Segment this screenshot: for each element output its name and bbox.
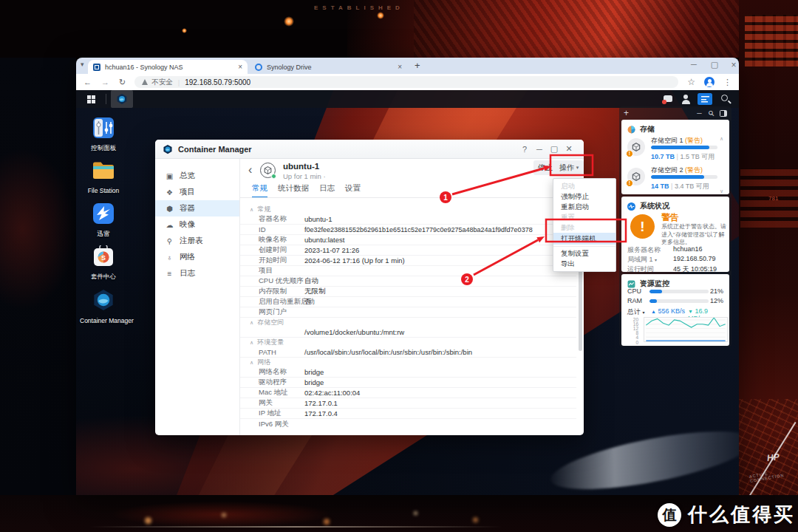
tab-title: hchuan16 - Synology NAS [105,64,233,71]
total-selector[interactable]: 总计 ▾ [627,307,645,317]
package-center-icon: S [92,245,115,267]
smzdm-watermark: 值 什么值得买 [658,502,795,528]
chat-notification-icon[interactable] [662,93,674,105]
open-app-container-manager[interactable] [111,90,133,108]
main-menu-button[interactable] [76,90,106,108]
profile-avatar[interactable] [704,77,715,87]
collapse-icon[interactable]: ∧ [720,136,723,142]
warning-badge: ! [626,150,633,157]
project-icon: ❖ [165,188,174,197]
desktop-icon-package-center[interactable]: S 套件中心 [80,245,127,282]
tab-synology-nas[interactable]: hchuan16 - Synology NAS × [88,60,248,74]
section-header-storage[interactable]: ∧存储空间 [240,318,576,327]
ram-label: RAM [627,297,642,304]
volume-icon: ! [627,168,645,185]
tab-logs[interactable]: 日志 [319,183,335,198]
menu-item-export[interactable]: 导出 [553,259,615,269]
back-button[interactable]: ‹ [248,163,252,177]
avatar-person-icon [708,79,712,83]
sidebar-item-registry[interactable]: ⚲注册表 [155,233,239,249]
cpu-label: CPU [627,287,641,295]
sidebar-item-log[interactable]: ≡日志 [155,265,239,282]
reload-icon[interactable]: ↻ [119,78,126,87]
pin-icon[interactable]: ⚲ [706,109,716,118]
dock-fill [724,111,726,116]
bookmark-star-icon[interactable]: ☆ [687,77,695,87]
desktop-icon-control-panel[interactable]: 控制面板 [80,117,127,153]
sidebar-item-project[interactable]: ❖项目 [155,184,239,200]
action-dropdown-menu: 启动 强制停止 重新启动 重置 删除 打开终端机 复制设置 导出 [553,178,616,272]
section-header-network[interactable]: ∧网络 [240,358,576,367]
menu-item-restart[interactable]: 重新启动 [553,202,615,212]
menu-item-open-terminal[interactable]: 打开终端机 [553,233,615,245]
health-icon [627,202,635,211]
desktop-icon-container-manager[interactable]: Container Manager [80,288,127,324]
window-titlebar[interactable]: Container Manager ? ─ ▢ ✕ [155,140,584,159]
desktop-icon-xunlei[interactable]: 迅雷 [80,202,127,239]
close-button[interactable]: ✕ [562,144,576,154]
desktop-icon-label: 套件中心 [80,273,127,282]
sidebar-item-label: 容器 [180,203,195,214]
action-button[interactable]: 操作▾ [554,160,584,175]
detail-row: 容器名称ubuntu-1 [240,214,576,225]
browser-close-button[interactable]: × [726,60,741,70]
wallpaper-star [182,28,187,33]
browser-minimize-button[interactable]: ─ [686,60,701,69]
download-arrow-icon: ▼ [688,309,693,314]
detail-row: 创建时间2023-11-07 21:26 [240,245,576,256]
sidebar-item-container[interactable]: ⬢容器 [155,200,239,216]
section-header-general[interactable]: ∧常规 [240,205,576,214]
collapse-icon: ∧ [250,360,253,366]
widget-title: 资源监控 [640,279,669,289]
wallpaper-hp-text: HP [766,451,780,463]
ram-bar [649,299,709,303]
total-label: 总计 [627,308,641,316]
ram-percent: 12% [710,297,723,304]
tab-statistics[interactable]: 统计数据 [278,183,309,198]
tab-close-icon[interactable]: × [398,63,402,71]
add-widget-button[interactable]: + [624,108,629,118]
forward-icon[interactable]: → [101,78,109,86]
search-icon[interactable] [720,93,732,105]
back-icon[interactable]: ← [83,78,92,86]
detail-row: 驱动程序bridge [240,378,576,388]
tab-search-chevron[interactable]: ▾ [81,61,84,68]
detail-row: 网络名称bridge [240,367,576,378]
dock-panel-icon[interactable] [720,110,727,117]
network-chart: 201612840 [627,317,729,343]
sidebar-item-image[interactable]: ☁映像 [155,216,239,233]
collapse-icon[interactable]: ∨ [720,188,723,194]
desktop-icon-file-station[interactable]: File Station [80,160,127,194]
avatar-body [706,83,713,86]
detail-row: /volume1/docker/ubuntu:/mnt:rw [240,327,576,338]
section-header-environment[interactable]: ∧环境变量 [240,338,576,347]
collapse-panel-button[interactable]: ─ [697,109,701,117]
url-bar[interactable]: 不安全 | 192.168.50.79:5000 [134,76,678,88]
tab-close-icon[interactable]: × [238,63,242,71]
maximize-button[interactable]: ▢ [547,144,562,154]
minimize-button[interactable]: ─ [532,145,547,154]
user-account-icon[interactable] [680,93,692,105]
app-sidebar: ▣总览 ❖项目 ⬢容器 ☁映像 ⚲注册表 ♁网络 ≡日志 [155,159,240,435]
tab-synology-drive[interactable]: Synology Drive × [250,60,407,74]
sidebar-item-overview[interactable]: ▣总览 [155,168,239,184]
collapse-icon: ∧ [250,340,253,346]
volume-available: 1.5 TB 可用 [680,153,715,160]
sidebar-item-network[interactable]: ♁网络 [155,249,239,265]
widget-panel-button[interactable] [698,93,712,105]
menu-separator [553,246,615,247]
storage-volume-item[interactable]: ! 存储空间 1 (警告) ∧ 10.7 TB | 1.5 TB 可用 [627,136,723,164]
volume-usage-bar [651,146,717,149]
tab-settings[interactable]: 设置 [345,183,361,198]
detail-row: IP 地址172.17.0.4 [240,409,576,419]
menu-item-duplicate-settings[interactable]: 复制设置 [553,248,615,259]
tab-general[interactable]: 常规 [252,183,267,198]
smzdm-text: 什么值得买 [688,502,795,528]
new-tab-button[interactable]: + [415,60,420,71]
browser-maximize-button[interactable]: ▢ [707,60,722,69]
storage-volume-item[interactable]: ! 存储空间 2 (警告) 14 TB | 3.4 TB 可用 ∨ [627,166,723,194]
menu-item-force-stop[interactable]: 强制停止 [553,191,615,202]
help-button[interactable]: ? [517,145,532,154]
storage-widget: 存储 ! 存储空间 1 (警告) ∧ 10.7 TB | 1.5 TB 可用 [621,120,729,194]
browser-menu-icon[interactable]: ⋮ [723,78,732,87]
